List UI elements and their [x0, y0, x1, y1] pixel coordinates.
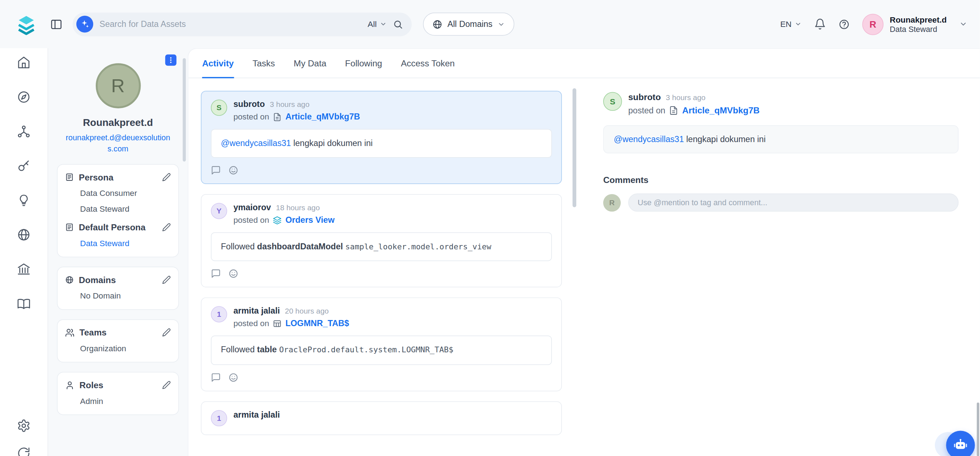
panel-scrollbar[interactable] — [183, 58, 186, 161]
edit-persona-icon[interactable] — [162, 173, 171, 182]
feed-action: posted on — [234, 215, 269, 225]
chevron-down-icon[interactable] — [959, 20, 967, 28]
avatar: Y — [211, 203, 227, 219]
avatar-initial: R — [609, 198, 615, 207]
persona-header: Persona — [65, 172, 171, 182]
message-bold: dashboardDataModel — [257, 242, 343, 251]
profile-avatar: R — [95, 63, 140, 108]
settings-gear-icon[interactable] — [17, 419, 30, 432]
tab-following[interactable]: Following — [345, 49, 382, 78]
comment-avatar: R — [603, 194, 621, 211]
edit-domains-icon[interactable] — [162, 276, 171, 284]
persona-item: Data Consumer — [80, 189, 171, 198]
roles-value: Admin — [80, 397, 171, 406]
comment-icon[interactable] — [211, 372, 221, 383]
edit-roles-icon[interactable] — [162, 381, 171, 389]
search-scope-dropdown[interactable]: All — [368, 19, 387, 29]
chat-bot-button[interactable] — [946, 431, 975, 456]
top-bar-right: EN R Rounakpreet.d — [780, 14, 967, 35]
explore-compass-icon[interactable] — [17, 90, 30, 104]
edit-teams-icon[interactable] — [162, 328, 171, 337]
profile-email-link[interactable]: rounakpreet.d@deuexsolutions.com — [57, 132, 179, 155]
edit-default-persona-icon[interactable] — [162, 223, 171, 232]
search-icon[interactable] — [393, 19, 403, 29]
sparkle-icon — [80, 19, 89, 29]
ai-search-button[interactable] — [76, 16, 93, 33]
comment-icon[interactable] — [211, 269, 221, 279]
user-menu[interactable]: R Rounakpreet.d Data Steward — [862, 14, 947, 35]
default-persona-title: Default Persona — [79, 222, 146, 233]
governance-bank-icon[interactable] — [17, 262, 30, 276]
message-text: lengkapi dokumen ini — [684, 134, 765, 144]
comment-icon[interactable] — [211, 166, 221, 175]
tab-access-token[interactable]: Access Token — [401, 49, 455, 78]
tab-my-data[interactable]: My Data — [294, 49, 326, 78]
feed-card[interactable]: 1 armita jalali — [201, 401, 562, 435]
nav-rail-top — [17, 56, 30, 310]
teams-card: Teams Organization — [57, 319, 179, 362]
feed-user-name[interactable]: armita jalali — [234, 410, 280, 419]
home-icon[interactable] — [17, 56, 30, 69]
search-scope-label: All — [368, 19, 377, 29]
feed-timestamp: 20 hours ago — [285, 307, 328, 316]
search-input[interactable] — [99, 19, 361, 29]
page-scrollbar[interactable] — [977, 403, 979, 456]
profile-menu-button[interactable] — [165, 54, 177, 65]
mention-link[interactable]: @wendycasillas31 — [614, 134, 684, 144]
tab-tasks[interactable]: Tasks — [253, 49, 275, 78]
mention-link[interactable]: @wendycasillas31 — [221, 139, 291, 148]
add-reaction-smiley-icon[interactable] — [228, 269, 239, 279]
add-reaction-smiley-icon[interactable] — [228, 166, 239, 175]
asset-link[interactable]: Orders View — [285, 215, 334, 225]
feed-scrollbar[interactable] — [573, 88, 576, 207]
tab-activity[interactable]: Activity — [202, 49, 234, 78]
roles-user-icon — [65, 381, 74, 390]
feed-timestamp: 3 hours ago — [270, 100, 310, 109]
comment-input[interactable] — [628, 193, 958, 212]
feed-user-name[interactable]: armita jalali — [234, 306, 280, 316]
sidebar-toggle-icon[interactable] — [50, 18, 63, 30]
globe-icon — [65, 276, 73, 284]
all-domains-button[interactable]: All Domains — [423, 13, 515, 36]
add-reaction-smiley-icon[interactable] — [228, 372, 239, 383]
asset-link[interactable]: Article_qMVbkg7B — [285, 112, 360, 121]
insights-bulb-icon[interactable] — [17, 193, 30, 207]
avatar-initial: S — [610, 97, 615, 106]
language-selector[interactable]: EN — [780, 19, 802, 29]
detail-user-name[interactable]: subroto — [628, 92, 661, 102]
refresh-icon[interactable] — [17, 446, 30, 456]
avatar: S — [603, 92, 622, 111]
comment-composer: R — [603, 193, 958, 212]
default-persona-value[interactable]: Data Steward — [80, 239, 171, 248]
feed-message: Followed dashboardDataModel sample_looke… — [211, 233, 552, 261]
thread-detail-panel: S subroto 3 hours ago posted on — [564, 78, 980, 456]
default-persona-header: Default Persona — [65, 222, 171, 233]
domains-globe-icon[interactable] — [17, 228, 30, 241]
notifications-bell-icon[interactable] — [814, 18, 826, 30]
article-icon — [669, 105, 678, 115]
feed-user-name[interactable]: ymaiorov — [234, 203, 271, 212]
app-logo-icon[interactable] — [15, 13, 38, 35]
roles-title: Roles — [80, 380, 103, 391]
feed-action: posted on — [234, 319, 269, 328]
glossary-book-icon[interactable] — [17, 297, 30, 310]
feed-card[interactable]: Y ymaiorov 18 hours ago posted on — [201, 194, 562, 287]
chat-bot-widget — [937, 431, 975, 456]
top-bar: All All Domains EN — [0, 0, 980, 48]
feed-user-name[interactable]: subroto — [234, 99, 265, 109]
help-icon[interactable] — [838, 18, 850, 29]
avatar-initial: Y — [216, 207, 221, 215]
activity-feed: S subroto 3 hours ago posted on — [188, 78, 564, 456]
detail-message: @wendycasillas31 lengkapi dokumen ini — [603, 125, 958, 153]
persona-item: Data Steward — [80, 204, 171, 214]
global-search-bar: All — [72, 12, 412, 36]
detail-header: S subroto 3 hours ago posted on — [603, 92, 958, 116]
data-network-icon[interactable] — [17, 124, 30, 138]
feed-message: Followed table OracleProd.default.system… — [211, 336, 552, 365]
asset-link[interactable]: LOGMNR_TAB$ — [285, 319, 349, 328]
feed-card[interactable]: S subroto 3 hours ago posted on — [201, 91, 562, 184]
feed-card[interactable]: 1 armita jalali 20 hours ago posted on — [201, 298, 562, 391]
asset-link[interactable]: Article_qMVbkg7B — [682, 105, 760, 115]
access-key-icon[interactable] — [17, 159, 30, 172]
avatar-initial: 1 — [217, 414, 221, 422]
